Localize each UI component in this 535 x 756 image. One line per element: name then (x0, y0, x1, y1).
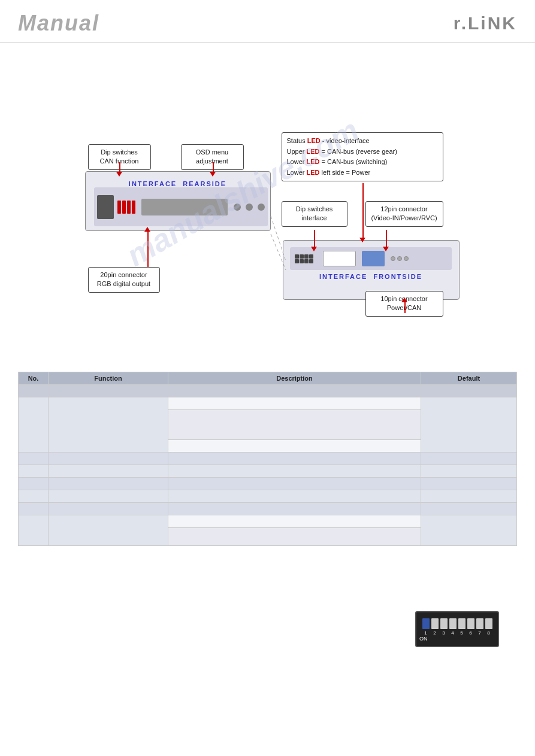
cell-default (421, 490, 517, 503)
dot-2 (246, 204, 253, 211)
rearside-label: INTERFACE REARSIDE (85, 180, 271, 187)
cell-description (168, 453, 421, 465)
fdip-6 (300, 259, 304, 263)
cell-description (168, 503, 421, 515)
red-switch-2 (122, 201, 126, 214)
led-3 (404, 256, 409, 261)
arrow-head-osd (210, 172, 216, 177)
dip-btn-7 (476, 618, 483, 629)
cell-description (168, 478, 421, 490)
rearside-connector (141, 199, 228, 215)
cell-function (49, 515, 168, 546)
arrow-line-20pin (147, 231, 149, 267)
cell-no (19, 453, 49, 465)
rearside-inner (94, 187, 268, 226)
dip-label-7: 7 (476, 630, 483, 636)
cell-no (19, 385, 49, 397)
cell-function (49, 478, 168, 490)
arrow-head-dip-can (116, 172, 122, 177)
cell-description (168, 465, 421, 478)
fdip-4 (309, 254, 313, 259)
cell-no (19, 465, 49, 478)
table-row (19, 515, 517, 528)
table-row (19, 385, 517, 397)
cell-function (49, 490, 168, 503)
fdip-8 (309, 259, 313, 263)
cell-default (421, 515, 517, 546)
cell-default (421, 453, 517, 465)
front-connector-blue (362, 251, 385, 266)
cell-function (49, 465, 168, 478)
dip-label-8: 8 (485, 630, 492, 636)
dip-on-label: ON (419, 636, 428, 642)
front-dip-switches (295, 254, 313, 263)
table-row (19, 490, 517, 503)
table-row (19, 503, 517, 515)
dip-label-1: 1 (422, 630, 430, 636)
dip-label-4: 4 (449, 630, 457, 636)
fdip-5 (295, 259, 299, 263)
cell-function (49, 453, 168, 465)
manual-title: Manual (18, 11, 99, 36)
usb-port (97, 195, 114, 219)
dip-btn-2 (431, 618, 439, 629)
cell-description (168, 397, 421, 410)
arrow-head-12pin (383, 247, 389, 251)
cell-description (168, 410, 421, 440)
rearside-dots (234, 204, 265, 211)
front-connector-white (323, 251, 356, 266)
dip-btn-8 (485, 618, 492, 629)
dip-btn-1 (422, 618, 430, 629)
page-header: Manual r.LiNK (0, 0, 535, 42)
dip-btn-6 (467, 618, 474, 629)
cell-no (19, 397, 49, 453)
dip-btn-4 (449, 618, 457, 629)
cell-function (49, 385, 168, 397)
table-header-default: Default (421, 372, 517, 385)
table-row (19, 465, 517, 478)
cell-default (421, 385, 517, 397)
cell-function (49, 397, 168, 453)
arrow-line-status (362, 183, 364, 239)
arrow-head-10pin (401, 297, 407, 302)
dot-3 (258, 204, 265, 211)
table-row (19, 478, 517, 490)
callout-dip-interface: Dip switchesinterface (282, 201, 347, 227)
cell-description (168, 440, 421, 453)
cell-no (19, 503, 49, 515)
callout-20pin-text: 20pin connectorRGB digital output (97, 271, 150, 287)
arrow-head-dip-if (311, 247, 317, 251)
arrow-line-dip-if (314, 230, 315, 248)
led-2 (397, 256, 402, 261)
red-switch-1 (117, 201, 121, 214)
dip-btn-3 (440, 618, 448, 629)
arrow-line-12pin (386, 230, 387, 248)
cell-description (168, 515, 421, 528)
cell-no (19, 478, 49, 490)
status-line4: Lower LED left side = Power (287, 169, 371, 176)
fdip-3 (304, 254, 309, 259)
arrow-head-20pin (144, 227, 150, 232)
dip-label-6: 6 (467, 630, 474, 636)
dip-label-3: 3 (440, 630, 448, 636)
fdip-7 (304, 259, 309, 263)
dip-switch-row (422, 618, 492, 629)
dip-switch-image: 1 2 3 4 5 6 7 8 ON (415, 611, 499, 647)
cell-default (421, 397, 517, 453)
red-switches (117, 199, 135, 215)
cell-description (168, 528, 421, 546)
main-content: manualshive.com Dip switchesCAN function… (0, 48, 535, 558)
cell-default (421, 503, 517, 515)
table-row (19, 453, 517, 465)
switch-table: No. Function Description Default (18, 372, 517, 546)
cell-function (49, 503, 168, 515)
table-row (19, 397, 517, 410)
red-switch-4 (132, 201, 135, 214)
cell-description (168, 385, 421, 397)
table-header-no: No. (19, 372, 49, 385)
cell-default (421, 478, 517, 490)
led-1 (391, 256, 395, 261)
callout-dip-interface-text: Dip switchesinterface (296, 205, 333, 221)
fdip-1 (295, 254, 299, 259)
status-line3: Lower LED = CAN-bus (switching) (287, 158, 388, 165)
